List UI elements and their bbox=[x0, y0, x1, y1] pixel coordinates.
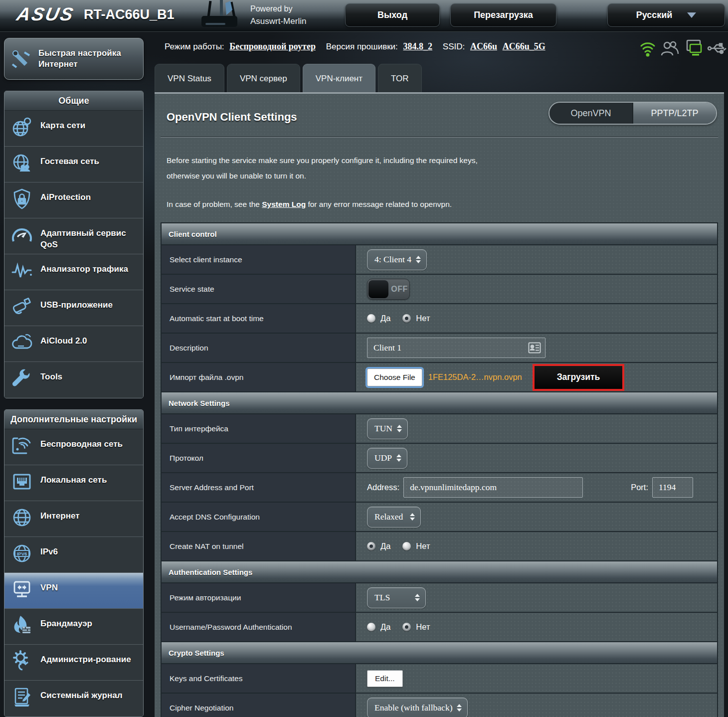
userpass-no-radio[interactable] bbox=[402, 623, 411, 631]
sidebar-item-label: Локальная сеть bbox=[40, 470, 107, 501]
userpass-yes-radio[interactable] bbox=[367, 623, 375, 631]
sidebar-item-vpn[interactable]: VPN bbox=[4, 573, 143, 609]
sidebar-item-usb-application[interactable]: USB-приложение bbox=[4, 290, 143, 326]
router-model: RT-AC66U_B1 bbox=[84, 7, 175, 22]
ssid-link-2[interactable]: AC66u_5G bbox=[503, 41, 546, 51]
powered-by-line1: Powered by bbox=[250, 2, 306, 15]
contact-card-icon[interactable] bbox=[528, 342, 541, 354]
port-input[interactable] bbox=[652, 477, 693, 498]
sidebar-item-label: VPN bbox=[40, 578, 58, 608]
sidebar-item-label: Интернет bbox=[40, 506, 79, 537]
select-arrows-icon bbox=[410, 513, 415, 521]
select-arrows-icon bbox=[415, 594, 420, 601]
nat-yes-radio[interactable] bbox=[367, 542, 375, 550]
sidebar-item-aicloud[interactable]: AiCloud 2.0 bbox=[4, 326, 143, 362]
system-log-link[interactable]: System Log bbox=[262, 200, 306, 208]
tab-vpn-server[interactable]: VPN сервер bbox=[227, 64, 300, 92]
userpass-auth-label: Username/Password Authentication bbox=[161, 612, 356, 642]
firmware-link[interactable]: 384.8_2 bbox=[403, 41, 433, 51]
keys-certs-label: Keys and Certificates bbox=[161, 664, 356, 693]
nat-no-radio[interactable] bbox=[402, 542, 411, 550]
interface-type-select[interactable]: TUN bbox=[367, 418, 408, 439]
intro-line-1: Before starting the service make sure yo… bbox=[167, 153, 712, 168]
description-input[interactable] bbox=[367, 338, 546, 358]
quick-setup-icon bbox=[9, 47, 32, 70]
sidebar-item-tools[interactable]: Tools bbox=[4, 362, 143, 398]
table-row: Description bbox=[161, 333, 718, 362]
select-arrows-icon bbox=[397, 425, 402, 432]
guest-network-icon bbox=[10, 152, 33, 175]
ipv6-globe-icon: IPV6 bbox=[10, 542, 33, 565]
server-address-input[interactable] bbox=[403, 477, 583, 498]
clients-icon[interactable] bbox=[660, 39, 679, 58]
sidebar-item-qos[interactable]: Адаптивный сервис QoS bbox=[4, 218, 143, 254]
quick-setup-button[interactable]: Быстрая настройка Интернет bbox=[4, 38, 144, 80]
auth-mode-label: Режим авторизации bbox=[161, 583, 356, 612]
tab-tor[interactable]: TOR bbox=[378, 64, 422, 92]
auth-mode-select[interactable]: TLS bbox=[367, 587, 426, 608]
table-row: Select client instance 4: Client 4 bbox=[161, 245, 718, 274]
sidebar: Быстрая настройка Интернет Общие Карта с… bbox=[4, 38, 144, 717]
sidebar-item-ipv6[interactable]: IPV6 IPv6 bbox=[4, 537, 143, 573]
instance-label: Select client instance bbox=[161, 245, 356, 274]
pptp-l2tp-toggle-button[interactable]: PPTP/L2TP bbox=[633, 103, 716, 124]
client-instance-select[interactable]: 4: Client 4 bbox=[367, 249, 427, 270]
upload-button[interactable]: Загрузить bbox=[535, 366, 622, 389]
select-arrows-icon bbox=[396, 454, 401, 462]
router-image bbox=[195, 0, 243, 31]
port-field-label: Port: bbox=[631, 483, 648, 492]
sidebar-item-label: AiProtection bbox=[40, 187, 91, 218]
tab-vpn-client[interactable]: VPN-клиент bbox=[303, 64, 375, 92]
cipher-negotiation-select[interactable]: Enable (with fallback) bbox=[367, 698, 468, 717]
wifi-status-icon[interactable] bbox=[638, 39, 657, 58]
logout-button[interactable]: Выход bbox=[345, 3, 440, 27]
openvpn-toggle-button[interactable]: OpenVPN bbox=[549, 103, 633, 124]
sidebar-item-network-map[interactable]: Карта сети bbox=[4, 111, 143, 147]
sidebar-item-system-log[interactable]: Системный журнал bbox=[4, 681, 143, 717]
dns-config-select[interactable]: Relaxed bbox=[367, 507, 421, 528]
sidebar-general-section: Общие Карта сети Гостевая сеть bbox=[4, 91, 144, 398]
network-devices-icon[interactable] bbox=[683, 39, 702, 58]
language-value: Русский bbox=[636, 10, 673, 20]
mode-link[interactable]: Беспроводной роутер bbox=[229, 41, 316, 51]
problem-text: In case of problem, see the System Log f… bbox=[167, 200, 712, 209]
yes-label: Да bbox=[380, 622, 390, 632]
ssid-link-1[interactable]: AC66u bbox=[470, 41, 497, 51]
auto-start-yes-radio[interactable] bbox=[367, 314, 375, 323]
sidebar-item-label: Администри-рование bbox=[40, 650, 131, 680]
shield-lock-icon bbox=[10, 187, 33, 210]
content-panel: OpenVPN Client Settings OpenVPN PPTP/L2T… bbox=[155, 92, 724, 717]
auto-start-no-radio[interactable] bbox=[402, 314, 411, 323]
sidebar-item-aiprotection[interactable]: AiProtection bbox=[4, 182, 143, 218]
sidebar-item-label: Брандмауэр bbox=[40, 614, 92, 644]
chevron-down-icon bbox=[687, 12, 696, 18]
crypto-settings-header: Crypto Settings bbox=[161, 642, 718, 664]
reboot-button[interactable]: Перезагрузка bbox=[450, 3, 556, 27]
asus-logo: ASUS bbox=[15, 4, 77, 25]
tab-vpn-status[interactable]: VPN Status bbox=[155, 64, 224, 92]
wrench-icon bbox=[10, 367, 33, 390]
sidebar-item-lan[interactable]: Локальная сеть bbox=[4, 465, 143, 501]
general-section-header: Общие bbox=[4, 91, 143, 111]
interface-type-label: Тип интерфейса bbox=[161, 414, 356, 443]
sidebar-item-firewall[interactable]: Брандмауэр bbox=[4, 609, 143, 645]
yes-label: Да bbox=[380, 541, 390, 551]
edit-keys-button[interactable]: Edit... bbox=[367, 670, 403, 687]
auth-mode-value: TLS bbox=[374, 592, 390, 603]
wireless-icon bbox=[10, 434, 33, 457]
select-arrows-icon bbox=[416, 256, 421, 263]
protocol-select[interactable]: UDP bbox=[367, 448, 407, 469]
sidebar-item-guest-network[interactable]: Гостевая сеть bbox=[4, 147, 143, 182]
intro-line-2: otherwise you will be unable to turn it … bbox=[167, 168, 712, 183]
service-state-toggle[interactable]: OFF bbox=[367, 279, 410, 300]
sidebar-item-administration[interactable]: Администри-рование bbox=[4, 645, 143, 681]
sidebar-item-traffic-analyzer[interactable]: Анализатор трафика bbox=[4, 254, 143, 290]
usb-status-icon[interactable] bbox=[707, 39, 726, 58]
sidebar-item-internet[interactable]: Интернет bbox=[4, 501, 143, 537]
language-dropdown[interactable]: Русский bbox=[607, 3, 725, 27]
sidebar-item-wireless[interactable]: Беспроводная сеть bbox=[4, 429, 143, 465]
choose-file-button[interactable]: Choose File bbox=[367, 368, 422, 386]
protocol-value: UDP bbox=[374, 453, 392, 463]
auto-start-label: Automatic start at boot time bbox=[161, 304, 356, 333]
network-settings-header: Network Settings bbox=[161, 392, 718, 414]
